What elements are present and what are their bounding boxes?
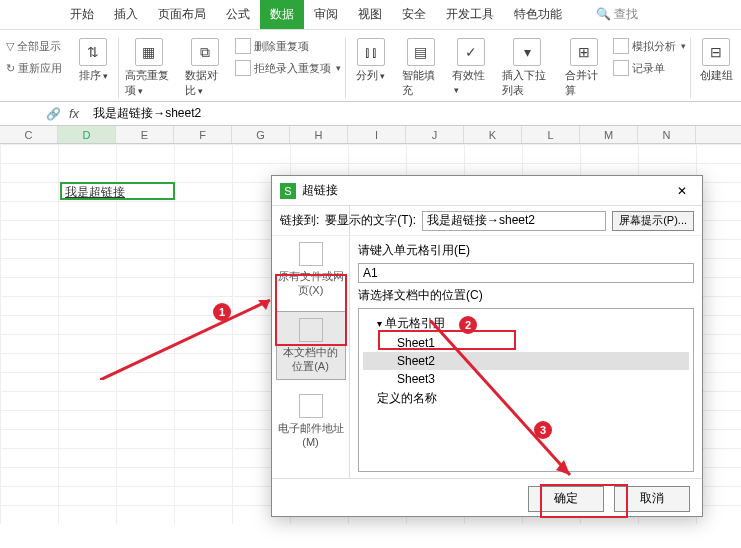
dialog-title: 超链接: [302, 182, 670, 199]
tab-layout[interactable]: 页面布局: [148, 0, 216, 29]
tree-sheet3[interactable]: Sheet3: [363, 370, 689, 388]
col-d[interactable]: D: [58, 126, 116, 143]
sort-icon: ⇅: [79, 38, 107, 66]
consolidate-button[interactable]: ⊞合并计算: [559, 34, 609, 102]
dropdown-icon: ▾: [513, 38, 541, 66]
hyperlink-dialog: S 超链接 ✕ 链接到: 要显示的文字(T): 屏幕提示(P)... 原有文件或…: [271, 175, 703, 517]
tab-special[interactable]: 特色功能: [504, 0, 572, 29]
validity-icon: ✓: [457, 38, 485, 66]
highlight-dup-button[interactable]: ▦高亮重复项: [119, 34, 179, 102]
tab-security[interactable]: 安全: [392, 0, 436, 29]
reapply-button[interactable]: ↻ 重新应用: [6, 58, 62, 78]
smartfill-icon: ▤: [407, 38, 435, 66]
analysis-group: 模拟分析 记录单: [609, 34, 690, 80]
tab-start[interactable]: 开始: [60, 0, 104, 29]
record-icon: [613, 60, 629, 76]
group-icon: ⊟: [702, 38, 730, 66]
reject-dup-button[interactable]: 拒绝录入重复项: [235, 58, 341, 78]
link-icon[interactable]: 🔗: [46, 107, 61, 121]
tab-data[interactable]: 数据: [260, 0, 304, 29]
record-button[interactable]: 记录单: [613, 58, 686, 78]
delete-dup-icon: [235, 38, 251, 54]
tree-sheet2[interactable]: Sheet2: [363, 352, 689, 370]
cell-ref-input[interactable]: [358, 263, 694, 283]
compare-icon: ⧉: [191, 38, 219, 66]
tab-view[interactable]: 视图: [348, 0, 392, 29]
fx-label: fx: [69, 106, 79, 121]
display-text-row: 链接到: 要显示的文字(T): 屏幕提示(P)...: [272, 206, 702, 236]
tree-sheet1[interactable]: Sheet1: [363, 334, 689, 352]
cancel-button[interactable]: 取消: [614, 486, 690, 512]
col-f[interactable]: F: [174, 126, 232, 143]
col-l[interactable]: L: [522, 126, 580, 143]
col-h[interactable]: H: [290, 126, 348, 143]
cell-ref-label: 请键入单元格引用(E): [358, 242, 694, 259]
highlight-icon: ▦: [135, 38, 163, 66]
compare-button[interactable]: ⧉数据对比: [179, 34, 231, 102]
validity-button[interactable]: ✓有效性: [446, 34, 496, 99]
link-type-file[interactable]: 原有文件或网页(X): [276, 236, 346, 303]
split-icon: ⫿⫿: [357, 38, 385, 66]
col-m[interactable]: M: [580, 126, 638, 143]
document-icon: [299, 318, 323, 342]
col-i[interactable]: I: [348, 126, 406, 143]
location-tree[interactable]: 单元格引用 Sheet1 Sheet2 Sheet3 定义的名称: [358, 308, 694, 472]
screen-tip-button[interactable]: 屏幕提示(P)...: [612, 211, 694, 231]
link-type-list: 原有文件或网页(X) 本文档中的位置(A) 电子邮件地址(M): [272, 206, 350, 478]
annotation-marker-2: 2: [459, 316, 477, 334]
smartfill-button[interactable]: ▤智能填充: [396, 34, 446, 102]
formula-bar: 🔗 fx: [0, 102, 741, 126]
dialog-titlebar: S 超链接 ✕: [272, 176, 702, 206]
app-icon: S: [280, 183, 296, 199]
display-text-input[interactable]: [422, 211, 606, 231]
col-e[interactable]: E: [116, 126, 174, 143]
col-n[interactable]: N: [638, 126, 696, 143]
file-icon: [299, 242, 323, 266]
show-all-button[interactable]: ▽ 全部显示: [6, 36, 62, 56]
simulate-button[interactable]: 模拟分析: [613, 36, 686, 56]
consolidate-icon: ⊞: [570, 38, 598, 66]
sort-button[interactable]: ⇅排序: [68, 34, 118, 87]
ok-button[interactable]: 确定: [528, 486, 604, 512]
tab-formula[interactable]: 公式: [216, 0, 260, 29]
col-j[interactable]: J: [406, 126, 464, 143]
dialog-body: 原有文件或网页(X) 本文档中的位置(A) 电子邮件地址(M) 请键入单元格引用…: [272, 206, 702, 478]
search-text: 查找: [614, 7, 638, 21]
tab-dev[interactable]: 开发工具: [436, 0, 504, 29]
reject-dup-icon: [235, 60, 251, 76]
filter-group: ▽ 全部显示 ↻ 重新应用: [0, 34, 68, 80]
tree-defined-names[interactable]: 定义的名称: [363, 388, 689, 409]
formula-input[interactable]: [87, 107, 741, 121]
dialog-footer: 确定 取消: [272, 478, 702, 518]
close-button[interactable]: ✕: [670, 184, 694, 198]
group-button[interactable]: ⊟创建组: [691, 34, 741, 87]
linkto-label: 链接到:: [280, 212, 319, 229]
dup-group: 删除重复项 拒绝录入重复项: [231, 34, 345, 80]
tab-insert[interactable]: 插入: [104, 0, 148, 29]
link-type-email[interactable]: 电子邮件地址(M): [276, 388, 346, 455]
dialog-right-pane: 请键入单元格引用(E) 请选择文档中的位置(C) 单元格引用 Sheet1 Sh…: [350, 206, 702, 478]
location-label: 请选择文档中的位置(C): [358, 287, 694, 304]
search-label[interactable]: 🔍 查找: [586, 0, 648, 29]
annotation-marker-1: 1: [213, 303, 231, 321]
delete-dup-button[interactable]: 删除重复项: [235, 36, 341, 56]
column-headers: C D E F G H I J K L M N: [0, 126, 741, 144]
col-k[interactable]: K: [464, 126, 522, 143]
dropdown-button[interactable]: ▾插入下拉列表: [496, 34, 560, 102]
email-icon: [299, 394, 323, 418]
split-button[interactable]: ⫿⫿分列: [346, 34, 396, 87]
col-c[interactable]: C: [0, 126, 58, 143]
display-label: 要显示的文字(T):: [325, 212, 416, 229]
tab-review[interactable]: 审阅: [304, 0, 348, 29]
simulate-icon: [613, 38, 629, 54]
active-cell-d5[interactable]: 我是超链接→sheet2: [60, 182, 175, 200]
col-g[interactable]: G: [232, 126, 290, 143]
link-type-document[interactable]: 本文档中的位置(A): [276, 311, 346, 380]
ribbon: ▽ 全部显示 ↻ 重新应用 ⇅排序 ▦高亮重复项 ⧉数据对比 删除重复项 拒绝录…: [0, 30, 741, 102]
annotation-marker-3: 3: [534, 421, 552, 439]
main-tabs: 开始 插入 页面布局 公式 数据 审阅 视图 安全 开发工具 特色功能 🔍 查找: [0, 0, 741, 30]
tree-root-cellref[interactable]: 单元格引用: [363, 313, 689, 334]
